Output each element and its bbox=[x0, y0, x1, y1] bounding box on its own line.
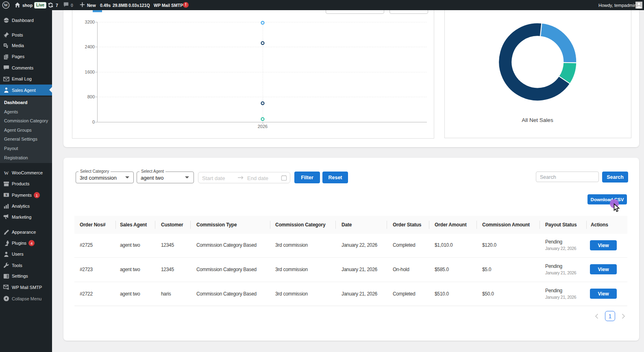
svg-text:3200: 3200 bbox=[85, 20, 95, 24]
svg-text:1600: 1600 bbox=[85, 70, 95, 74]
svg-text:2026: 2026 bbox=[258, 124, 268, 129]
svg-text:2400: 2400 bbox=[85, 44, 95, 49]
svg-text:800: 800 bbox=[87, 94, 95, 99]
svg-text:W: W bbox=[4, 3, 8, 7]
svg-text:All Net Sales: All Net Sales bbox=[522, 117, 553, 123]
svg-text:0: 0 bbox=[92, 120, 95, 124]
svg-text:W: W bbox=[4, 170, 9, 176]
